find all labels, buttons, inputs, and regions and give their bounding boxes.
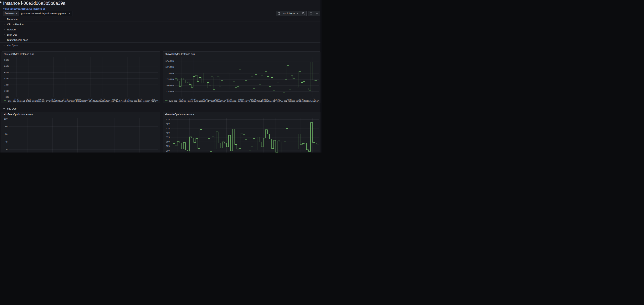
scrollbar[interactable] — [320, 0, 322, 153]
chevron-down-icon — [296, 13, 298, 15]
legend-item[interactable]: aws_ec2_ebsread_bytes_sum{account_id="36… — [4, 99, 158, 102]
svg-text:48 B: 48 B — [4, 77, 9, 80]
series-swatch — [165, 101, 168, 101]
svg-text:3.25 MiB: 3.25 MiB — [166, 66, 174, 68]
chevron-down-icon — [316, 13, 318, 15]
section-row-statuscheckfailed[interactable]: StatusCheckFailed — [0, 37, 320, 43]
panel-title[interactable]: ebsWriteOps Instance sum — [165, 113, 194, 116]
svg-text:16 B: 16 B — [4, 90, 9, 92]
section-row-ebs-ops[interactable]: ebs Ops — [0, 106, 320, 111]
refresh-button[interactable] — [308, 11, 314, 16]
section-label: Disk Ops — [7, 33, 17, 36]
instance-link-label: Visit i-06e2d06a3b5b0a39a instance — [3, 8, 42, 10]
refresh-icon — [310, 12, 312, 15]
grafana-dashboard: Instance i-06e2d06a3b5b0a39a Visit i-06e… — [0, 0, 322, 153]
ebsreadops-chart[interactable]: 05:3006:0006:3007:0007:3008:0008:3009:00… — [2, 112, 160, 153]
section-row-cpu-utilization[interactable]: CPU utilization — [0, 22, 320, 27]
svg-text:96 B: 96 B — [4, 59, 9, 61]
svg-text:375: 375 — [166, 136, 170, 138]
chevron-down-icon — [3, 108, 5, 110]
time-range-button[interactable]: Last 6 hours — [276, 11, 300, 16]
svg-text:2.25 MiB: 2.25 MiB — [166, 90, 174, 93]
svg-text:350: 350 — [166, 141, 170, 143]
svg-text:80 B: 80 B — [4, 65, 9, 67]
series-name: aws_ec2_ebswrite_bytes_sum{account_id="3… — [169, 100, 319, 102]
series-name: aws_ec2_ebsread_bytes_sum{account_id="36… — [8, 100, 158, 102]
refresh-interval-button[interactable] — [314, 11, 320, 16]
chevron-down-icon — [69, 13, 71, 15]
svg-text:400: 400 — [166, 132, 170, 134]
svg-text:325: 325 — [166, 145, 170, 147]
svg-text:60: 60 — [5, 133, 8, 135]
section-label: ebs Ops — [7, 107, 16, 110]
page-title: Instance i-06e2d06a3b5b0a39a — [3, 1, 66, 6]
chevron-down-icon — [3, 44, 5, 46]
zoom-out-button[interactable] — [300, 11, 306, 16]
svg-text:3 MiB: 3 MiB — [168, 72, 174, 75]
section-row-network[interactable]: Network — [0, 27, 320, 32]
svg-text:40: 40 — [5, 141, 8, 143]
panel-ebsreadbytes: 05:3006:0006:3007:0007:3008:0008:3009:00… — [2, 51, 160, 103]
panel-title[interactable]: ebsWriteBytes Instance sum — [165, 53, 195, 56]
svg-text:300: 300 — [166, 150, 170, 152]
panel-ebsreadops: 05:3006:0006:3007:0007:3008:0008:3009:00… — [2, 112, 160, 153]
section-label: Metadata — [7, 18, 18, 21]
external-link-icon — [43, 8, 45, 10]
zoom-out-icon — [302, 12, 305, 15]
svg-text:450: 450 — [166, 123, 170, 125]
refresh-group — [308, 11, 320, 16]
datasource-picker: Datasource grafanacloud-awsintegrationre… — [3, 11, 73, 16]
section-label: ebs Bytes — [7, 44, 18, 47]
datasource-select[interactable]: grafanacloud-awsintegrationrevamp-prom — [19, 11, 73, 16]
chevron-right-icon — [3, 18, 5, 20]
svg-text:475: 475 — [166, 118, 170, 121]
section-row-ebs-bytes[interactable]: ebs Bytes — [0, 43, 320, 48]
section-row-metadata[interactable]: Metadata — [0, 17, 320, 22]
svg-text:2.75 MiB: 2.75 MiB — [166, 78, 174, 81]
panel-title[interactable]: ebsReadBytes Instance sum — [4, 53, 34, 56]
svg-text:80: 80 — [5, 125, 8, 128]
section-divider — [0, 105, 320, 105]
datasource-value: grafanacloud-awsintegrationrevamp-prom — [21, 12, 66, 15]
time-controls: Last 6 hours — [276, 11, 320, 16]
panel-title[interactable]: ebsReadOps Instance sum — [4, 113, 33, 116]
mouse-cursor-icon — [0, 1, 2, 5]
time-range-label: Last 6 hours — [282, 12, 295, 15]
ebswriteops-chart[interactable]: 05:3006:0006:3007:0007:3008:0008:3009:00… — [163, 112, 320, 153]
panel-ebswritebytes: 05:3006:0006:3007:0007:3008:0008:3009:00… — [163, 51, 320, 103]
chevron-right-icon — [3, 29, 5, 31]
panel-ebswriteops: 05:3006:0006:3007:0007:3008:0008:3009:00… — [163, 112, 320, 153]
clock-icon — [278, 12, 280, 15]
svg-text:425: 425 — [166, 127, 170, 130]
chevron-right-icon — [3, 34, 5, 36]
section-row-disk-ops[interactable]: Disk Ops — [0, 32, 320, 37]
ebswritebytes-chart[interactable]: 05:3006:0006:3007:0007:3008:0008:3009:00… — [163, 52, 320, 103]
legend-item[interactable]: aws_ec2_ebswrite_bytes_sum{account_id="3… — [165, 99, 319, 102]
datasource-label: Datasource — [3, 11, 19, 16]
svg-text:64 B: 64 B — [4, 71, 9, 74]
svg-text:32 B: 32 B — [4, 84, 9, 86]
svg-text:20: 20 — [5, 148, 8, 151]
section-label: StatusCheckFailed — [7, 39, 28, 41]
instance-link[interactable]: Visit i-06e2d06a3b5b0a39a instance — [3, 8, 45, 10]
chevron-right-icon — [3, 23, 5, 25]
section-label: Network — [7, 28, 16, 31]
svg-text:0 B: 0 B — [6, 96, 9, 98]
ebsreadbytes-chart[interactable]: 05:3006:0006:3007:0007:3008:0008:3009:00… — [2, 52, 160, 103]
section-label: CPU utilization — [7, 23, 24, 26]
svg-text:3.50 MiB: 3.50 MiB — [166, 60, 174, 62]
svg-text:2.50 MiB: 2.50 MiB — [166, 84, 174, 87]
chevron-right-icon — [3, 39, 5, 41]
time-range-group: Last 6 hours — [276, 11, 306, 16]
svg-text:100: 100 — [4, 118, 8, 120]
series-swatch — [4, 101, 6, 101]
